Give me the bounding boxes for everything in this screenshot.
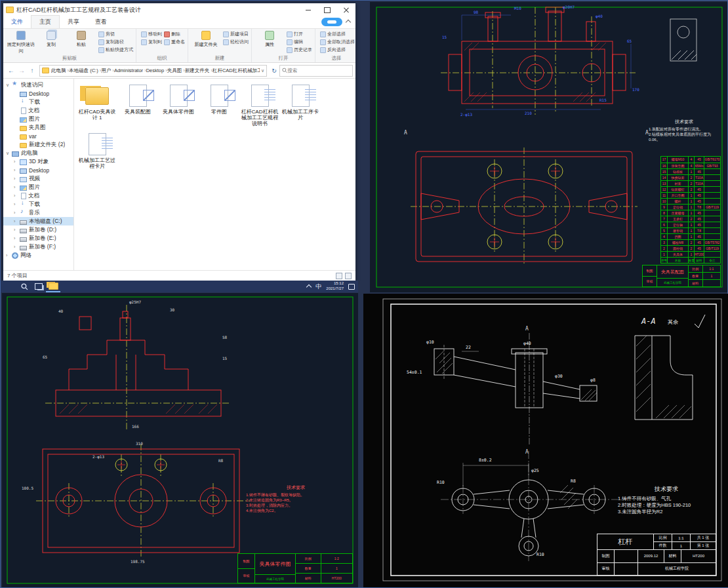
tree-item[interactable]: › 文档 (3, 191, 73, 200)
tab-share[interactable]: 共享 (60, 16, 87, 28)
up-button[interactable]: ↑ (27, 67, 37, 74)
open-button[interactable]: 打开 (287, 30, 312, 38)
close-button[interactable] (336, 3, 355, 16)
paste-shortcut-button[interactable]: 粘贴快捷方式 (98, 46, 133, 54)
tree-item[interactable]: › 视频 (3, 174, 73, 183)
file-item[interactable]: 夹具体零件图 (159, 84, 197, 127)
file-item[interactable]: 机械加工工艺过程卡片 (78, 132, 116, 169)
list-view-icon[interactable] (336, 273, 342, 279)
tab-home[interactable]: 主页 (31, 15, 60, 28)
copy-button[interactable]: 复制 (36, 30, 66, 48)
tab-view[interactable]: 查看 (87, 16, 115, 28)
tree-item[interactable]: › 图片 (3, 183, 73, 191)
minimize-button[interactable] (298, 3, 317, 16)
file-item[interactable]: 零件图 (200, 84, 238, 127)
move-to-button[interactable]: 移动到 (141, 30, 162, 38)
taskbar-clock[interactable]: 15:12 2021/7/27 (326, 281, 344, 292)
maximize-button[interactable] (317, 3, 336, 16)
tree-item[interactable]: › 网络 (3, 251, 73, 260)
copy-to-button[interactable]: 复制到 (141, 38, 162, 46)
forward-button[interactable]: → (16, 67, 27, 74)
taskbar-search-icon[interactable] (17, 281, 31, 292)
file-item[interactable]: 杠杆CAD杠杆机械加工工艺规程说明书 (241, 84, 279, 127)
thumbnail-view-icon[interactable] (345, 273, 352, 279)
expander-icon[interactable]: › (14, 245, 20, 249)
select-none-button[interactable]: 全部取消选择 (320, 38, 355, 46)
breadcrumb-segment[interactable]: 夹具图 (167, 68, 185, 74)
collapse-ribbon-icon[interactable] (346, 20, 351, 25)
paste-button[interactable]: 粘贴 (66, 30, 96, 48)
expander-icon[interactable]: › (14, 185, 20, 189)
file-list: 杠杆CAD夹具设计 1 夹具装配图 夹具体零件图 零件图 杠杆CAD杠杆机械加工… (74, 79, 355, 270)
start-button[interactable] (3, 281, 17, 292)
breadcrumb-segment[interactable]: 新建文件夹 (185, 68, 212, 74)
tray-expand-icon[interactable] (306, 284, 312, 290)
select-all-button[interactable]: 全部选择 (320, 30, 355, 38)
breadcrumb-segment[interactable]: 此电脑 (51, 68, 69, 74)
breadcrumb-segment[interactable]: Desktop (146, 68, 167, 74)
refresh-icon[interactable]: ↻ (269, 68, 279, 74)
dimension-labels: 98 M10 φ20H7 φ40 15 65 170 210 2-φ13 R15 (442, 5, 639, 117)
file-item[interactable]: 夹具装配图 (119, 84, 157, 127)
pin-to-quick-access-button[interactable]: 固定到快速访问 (6, 30, 36, 54)
history-button[interactable]: 历史记录 (287, 46, 312, 54)
tree-item[interactable]: › 新加卷 (E:) (3, 234, 73, 243)
search-input[interactable] (287, 68, 350, 73)
expander-icon[interactable]: › (14, 176, 20, 181)
expander-icon[interactable]: › (14, 168, 20, 172)
tree-item[interactable]: › 本地磁盘 (C:) (3, 217, 73, 225)
tree-item[interactable]: 文档 (3, 106, 73, 115)
expander-icon[interactable]: ∨ (6, 151, 12, 156)
cut-button[interactable]: 剪切 (98, 30, 133, 38)
expander-icon[interactable]: › (14, 210, 20, 215)
tree-item[interactable]: › 新加卷 (D:) (3, 225, 73, 234)
tree-item[interactable]: › 音乐 (3, 208, 73, 217)
expander-icon[interactable]: › (14, 227, 20, 232)
file-item[interactable]: 杠杆CAD夹具设计 1 (78, 84, 116, 127)
tree-item[interactable]: › Desktop (3, 166, 73, 174)
tree-item[interactable]: 新建文件夹 (2) (3, 140, 73, 149)
new-folder-button[interactable]: 新建文件夹 (191, 30, 221, 48)
tree-item[interactable]: ∨ 快速访问 (3, 81, 73, 89)
input-language-indicator[interactable]: 中 (315, 283, 321, 291)
file-item[interactable]: 机械加工工序卡片 (281, 84, 319, 127)
new-item-button[interactable]: 新建项目 (223, 30, 249, 38)
invert-selection-button[interactable]: 反向选择 (320, 46, 355, 54)
rename-button[interactable]: 重命名 (164, 38, 185, 46)
expander-icon[interactable]: › (14, 193, 20, 198)
expander-icon[interactable]: ∨ (6, 83, 12, 88)
breadcrumb-segment[interactable]: 本地磁盘 (C:) (69, 68, 101, 74)
breadcrumb-segment[interactable]: Administrator (114, 68, 146, 74)
cloud-badge-icon[interactable] (321, 18, 342, 26)
expander-icon[interactable]: › (14, 219, 20, 224)
expander-icon[interactable]: › (6, 253, 12, 258)
easy-access-button[interactable]: 轻松访问 (223, 38, 249, 46)
breadcrumb[interactable]: 此电脑本地磁盘 (C:)用户AdministratorDesktop夹具图新建文… (39, 65, 267, 77)
delete-button[interactable]: 删除 (164, 30, 185, 38)
tree-item[interactable]: 下载 (3, 98, 73, 106)
properties-button[interactable]: 属性 (254, 30, 285, 48)
expander-icon[interactable]: › (14, 202, 20, 206)
tree-item[interactable]: › 下载 (3, 200, 73, 208)
tree-item[interactable]: var (3, 132, 73, 140)
expander-icon[interactable]: › (14, 159, 20, 164)
taskbar-explorer-icon[interactable] (46, 281, 60, 292)
notification-center-icon[interactable] (348, 284, 355, 290)
tree-item[interactable]: 夹具图 (3, 123, 73, 132)
task-view-icon[interactable] (31, 281, 46, 292)
breadcrumb-segment[interactable]: 杠杆CAD杠杆机械加工工艺规程及工艺装备设计 (212, 68, 260, 74)
edit-button[interactable]: 编辑 (287, 38, 312, 46)
tree-item[interactable]: › 新加卷 (F:) (3, 243, 73, 251)
tab-file[interactable]: 文件 (3, 16, 31, 28)
breadcrumb-segment[interactable]: 用户 (101, 68, 114, 74)
copy-path-button[interactable]: 复制路径 (98, 38, 133, 46)
tree-item[interactable]: 图片 (3, 115, 73, 123)
breadcrumb-dropdown-icon[interactable]: ∨ (261, 68, 264, 73)
search-box[interactable] (279, 65, 353, 77)
back-button[interactable]: ← (6, 67, 16, 74)
title-bar[interactable]: 杠杆CAD杠杆机械加工工艺规程及工艺装备设计 (3, 3, 355, 16)
tree-item[interactable]: › 3D 对象 (3, 157, 73, 166)
expander-icon[interactable]: › (14, 236, 20, 241)
tree-item[interactable]: ∨ 此电脑 (3, 149, 73, 157)
tree-item[interactable]: Desktop (3, 89, 73, 98)
